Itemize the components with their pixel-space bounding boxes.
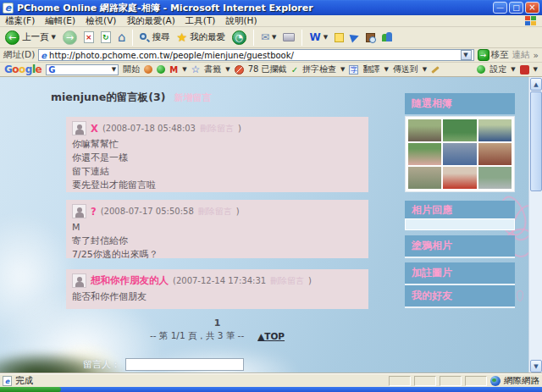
photo-thumbnail[interactable] [408, 143, 441, 165]
sendto-button[interactable]: 傳送到 [393, 63, 418, 75]
gmail-dropdown-icon[interactable]: ▼ [182, 66, 186, 73]
translate-dropdown-icon[interactable]: ▼ [384, 66, 388, 73]
print-button[interactable] [281, 32, 296, 42]
bookmarks-dropdown-icon[interactable]: ▼ [225, 66, 230, 73]
bookmark-star-icon[interactable]: ☆ [191, 63, 201, 75]
search-button[interactable]: 搜尋 [138, 30, 171, 44]
scrollbar-thumb[interactable] [530, 91, 542, 191]
photo-thumbnail[interactable] [478, 143, 512, 165]
album-header: 隨選相簿 [405, 93, 515, 114]
back-button[interactable]: ← 上一頁 ▼ [3, 30, 58, 46]
menu-file[interactable]: 檔案(F) [5, 15, 35, 27]
sidebar-item-doodle-photos[interactable]: 塗鴉相片 [405, 235, 515, 258]
avatar [72, 204, 86, 218]
vertical-scrollbar[interactable]: ▲ ▼ [528, 77, 542, 373]
translate-button[interactable]: 翻譯 [362, 63, 379, 75]
settings-dropdown-icon[interactable]: ▼ [511, 66, 515, 73]
favorites-button[interactable]: ★ 我的最愛 [174, 30, 227, 45]
home-button[interactable]: ⌂ [116, 30, 128, 44]
links-chevron-icon[interactable]: » [534, 50, 539, 60]
sidebar-item-annotated-images[interactable]: 加註圖片 [405, 262, 515, 285]
edit-with-word-button[interactable]: W ▼ [307, 30, 329, 44]
close-button[interactable]: × [525, 2, 539, 14]
favorites-star-icon: ★ [176, 30, 187, 44]
delete-message-link[interactable]: 刪除留言 [270, 275, 304, 287]
mail-button[interactable]: ✉ ▼ [259, 30, 278, 44]
windows-taskbar[interactable] [0, 387, 542, 392]
messenger-button[interactable] [380, 31, 395, 43]
start-button[interactable] [0, 387, 61, 392]
scroll-up-button[interactable]: ▲ [530, 78, 542, 91]
top-link[interactable]: ▲TOP [257, 331, 285, 341]
photo-thumbnail[interactable] [478, 119, 512, 141]
bookmarks-button[interactable]: 書籤 [204, 63, 221, 75]
notes-button[interactable] [333, 32, 346, 43]
photo-thumbnail[interactable] [408, 167, 441, 189]
messenger-buddies-icon [382, 32, 393, 42]
research-button[interactable] [364, 32, 377, 43]
address-bar: 網址(D) e http://photo.pchome.com.tw/peopl… [0, 48, 542, 63]
forward-button[interactable]: → [61, 30, 79, 46]
reply-name-label: 留言人： [83, 358, 120, 371]
reply-name-input[interactable] [125, 358, 244, 371]
mail-dropdown-icon[interactable]: ▼ [272, 34, 276, 41]
history-button[interactable]: ◔ [230, 30, 248, 46]
google-search-dropdown-icon[interactable]: ▼ [112, 66, 116, 73]
new-message-link[interactable]: 新增留言 [174, 91, 211, 104]
stop-button[interactable]: × [82, 30, 96, 44]
message-timestamp: (2007-12-14 17:34:31 [173, 276, 266, 285]
photo-thumbnail[interactable] [443, 119, 476, 141]
photo-thumbnail[interactable] [443, 143, 476, 165]
orange-orb-icon[interactable] [144, 65, 152, 74]
message-line: 你嘛幫幫忙 [72, 138, 362, 152]
address-input[interactable]: e http://photo.pchome.com.tw/people/mien… [38, 49, 473, 61]
addon-dropdown-icon[interactable]: ▼ [534, 66, 538, 73]
spellcheck-button[interactable]: 拼字檢查 [302, 63, 336, 75]
word-dropdown-icon[interactable]: ▼ [324, 34, 328, 41]
menu-view[interactable]: 檢視(V) [86, 15, 116, 27]
go-button[interactable]: → 移至 [478, 49, 509, 61]
stop-icon: × [84, 31, 94, 43]
popup-blocker-icon[interactable] [235, 65, 244, 75]
sidebar-item-label: 相片回應 [412, 204, 452, 216]
message-timestamp-close: ) [238, 124, 241, 133]
photo-thumbnail[interactable] [478, 167, 512, 189]
addon-icon[interactable] [520, 65, 529, 75]
menu-favorites[interactable]: 我的最愛(A) [126, 15, 174, 27]
url-text: http://photo.pchome.com.tw/people/mienju… [49, 51, 457, 60]
photo-thumbnail[interactable] [443, 167, 476, 189]
menu-edit[interactable]: 編輯(E) [45, 15, 75, 27]
refresh-button[interactable]: ↻ [99, 30, 113, 44]
message-timestamp: (2008-07-18 05:48:03 [102, 124, 196, 133]
favorites-label: 我的最愛 [190, 31, 225, 43]
capture-button[interactable] [349, 32, 361, 42]
browser-window: e PChome Online 網路家庭-相簿 - Microsoft Inte… [0, 0, 542, 392]
sidebar-item-photo-comments[interactable]: 相片回應 [405, 201, 515, 220]
minimize-button[interactable]: — [493, 2, 507, 14]
restore-button[interactable]: □ [509, 2, 523, 14]
links-label[interactable]: 連結 [512, 49, 530, 61]
delete-message-link[interactable]: 刪除留言 [198, 206, 232, 218]
address-dropdown-icon[interactable]: ▼ [461, 50, 472, 60]
back-dropdown-icon[interactable]: ▼ [52, 34, 56, 41]
sidebar-item-my-friends[interactable]: 我的好友 [405, 285, 515, 308]
blue-arrow-icon [350, 32, 361, 43]
photo-thumbnail[interactable] [408, 119, 441, 141]
page-number[interactable]: 1 [66, 317, 368, 329]
ie-logo-icon: e [3, 3, 14, 14]
delete-message-link[interactable]: 刪除留言 [200, 123, 234, 135]
google-start-button[interactable]: 開始 [123, 63, 140, 75]
green-orb-icon[interactable] [157, 65, 165, 74]
spellcheck-icon: ✓ [291, 65, 298, 75]
pencil-icon[interactable] [431, 66, 440, 74]
back-icon: ← [5, 30, 19, 45]
settings-button[interactable]: 設定 [489, 63, 506, 75]
spellcheck-dropdown-icon[interactable]: ▼ [340, 66, 345, 73]
menu-bar: 檔案(F) 編輯(E) 檢視(V) 我的最愛(A) 工具(T) 說明(H) [0, 15, 542, 27]
menu-tools[interactable]: 工具(T) [185, 15, 216, 27]
menu-help[interactable]: 說明(H) [225, 15, 257, 27]
sendto-dropdown-icon[interactable]: ▼ [423, 66, 427, 73]
google-search-input[interactable]: G ▼ [46, 64, 119, 75]
gmail-button[interactable]: M [169, 65, 178, 75]
scroll-down-button[interactable]: ▼ [530, 360, 542, 373]
